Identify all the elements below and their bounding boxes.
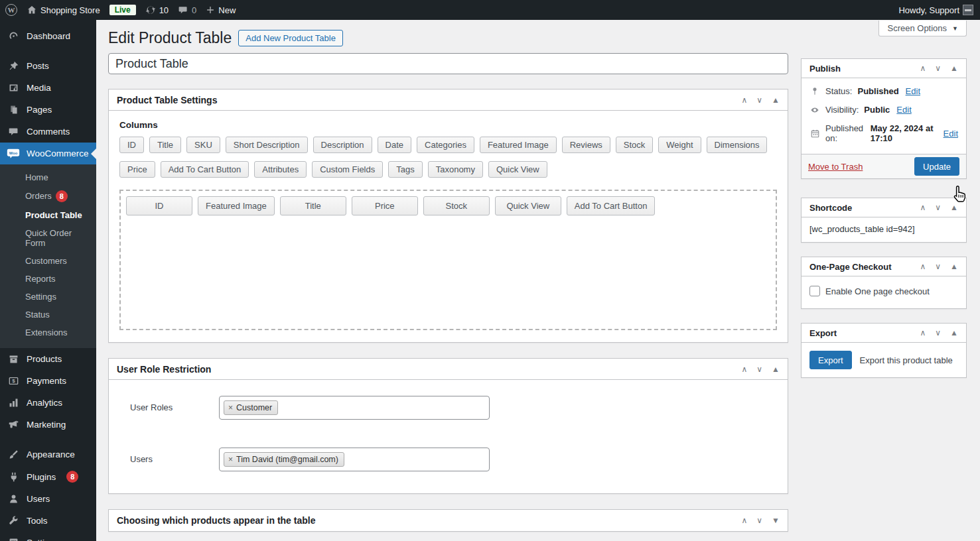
edit-published-on-link[interactable]: Edit — [944, 129, 958, 139]
sidebar-item-users[interactable]: Users — [0, 488, 96, 510]
selected-columns-dropzone[interactable]: IDFeatured ImageTitlePriceStockQuick Vie… — [119, 190, 777, 330]
collapse-icon[interactable]: ▲ — [772, 96, 780, 104]
account-menu[interactable]: Howdy, Support — [898, 5, 973, 15]
submenu-item-quick-order-form[interactable]: Quick Order Form — [0, 224, 96, 252]
metabox-header[interactable]: Choosing which products appear in the ta… — [109, 510, 788, 531]
submenu-item-settings[interactable]: Settings — [0, 288, 96, 306]
move-up-icon[interactable]: ∧ — [920, 329, 926, 337]
column-option-button[interactable]: Categories — [417, 137, 474, 153]
sidebar-item-media[interactable]: Media — [0, 77, 96, 99]
column-option-button[interactable]: Add To Cart Button — [161, 161, 249, 178]
sidebar-item-settings[interactable]: Settings — [0, 532, 96, 541]
submenu-item-status[interactable]: Status — [0, 306, 96, 324]
metabox-header[interactable]: Product Table Settings ∧ ∨ ▲ — [109, 90, 788, 111]
move-down-icon[interactable]: ∨ — [935, 64, 941, 72]
column-option-button[interactable]: Description — [313, 137, 372, 153]
metabox-header[interactable]: Publish ∧ ∨ ▲ — [802, 59, 966, 78]
screen-options-button[interactable]: Screen Options ▼ — [878, 21, 967, 36]
metabox-header[interactable]: One-Page Checkout ∧ ∨ ▲ — [802, 257, 966, 276]
move-down-icon[interactable]: ∨ — [756, 365, 762, 373]
submenu-item-reports[interactable]: Reports — [0, 270, 96, 288]
collapse-icon[interactable]: ▲ — [950, 204, 958, 211]
remove-tag-icon[interactable]: × — [228, 455, 233, 464]
move-up-icon[interactable]: ∧ — [920, 263, 926, 270]
column-option-button[interactable]: Title — [149, 137, 181, 153]
remove-tag-icon[interactable]: × — [228, 403, 233, 412]
metabox-header[interactable]: Shortcode ∧ ∨ ▲ — [802, 198, 966, 217]
column-option-button[interactable]: Dimensions — [707, 137, 768, 153]
metabox-header[interactable]: User Role Restriction ∧ ∨ ▲ — [109, 359, 788, 380]
comments-indicator[interactable]: 0 — [178, 5, 196, 15]
wordpress-menu-button[interactable]: W — [5, 4, 17, 16]
sidebar-item-tools[interactable]: Tools — [0, 510, 96, 532]
edit-visibility-link[interactable]: Edit — [896, 105, 911, 115]
collapse-icon[interactable]: ▲ — [950, 64, 958, 72]
move-up-icon[interactable]: ∧ — [920, 64, 926, 72]
submenu-item-orders[interactable]: Orders8 — [0, 186, 96, 206]
column-option-button[interactable]: SKU — [186, 137, 220, 153]
move-down-icon[interactable]: ∨ — [935, 329, 941, 337]
column-option-button[interactable]: Tags — [388, 161, 422, 178]
move-up-icon[interactable]: ∧ — [742, 96, 748, 104]
selected-column-button[interactable]: Add To Cart Button — [567, 196, 656, 215]
column-option-button[interactable]: Quick View — [488, 161, 547, 178]
collapse-icon[interactable]: ▲ — [950, 329, 958, 337]
submenu-label: Customers — [25, 256, 67, 266]
selected-column-button[interactable]: Price — [352, 196, 418, 215]
sidebar-item-marketing[interactable]: Marketing — [0, 414, 96, 436]
enable-one-page-checkout-checkbox[interactable] — [809, 286, 820, 296]
site-link[interactable]: Shopping Store — [27, 5, 100, 15]
expand-icon[interactable]: ▼ — [772, 516, 780, 524]
sidebar-item-posts[interactable]: Posts — [0, 55, 96, 77]
move-up-icon[interactable]: ∧ — [742, 516, 748, 524]
column-option-button[interactable]: ID — [119, 137, 144, 153]
update-button[interactable]: Update — [914, 157, 959, 176]
selected-column-button[interactable]: Quick View — [495, 196, 561, 215]
column-option-button[interactable]: Price — [119, 161, 155, 178]
updates-indicator[interactable]: 10 — [145, 5, 169, 15]
sidebar-item-products[interactable]: Products — [0, 348, 96, 370]
sidebar-item-dashboard[interactable]: Dashboard — [0, 25, 96, 47]
column-option-button[interactable]: Taxonomy — [428, 161, 483, 178]
move-to-trash-link[interactable]: Move to Trash — [808, 162, 863, 172]
column-option-button[interactable]: Date — [378, 137, 411, 153]
move-down-icon[interactable]: ∨ — [935, 263, 941, 270]
selected-column-button[interactable]: Stock — [423, 196, 490, 215]
move-up-icon[interactable]: ∧ — [742, 365, 748, 373]
selected-column-button[interactable]: Title — [280, 196, 346, 215]
move-up-icon[interactable]: ∧ — [920, 204, 926, 211]
column-option-button[interactable]: Short Description — [226, 137, 308, 153]
export-button[interactable]: Export — [809, 351, 852, 369]
sidebar-item-woocommerce[interactable]: Woo WooCommerce — [0, 143, 96, 164]
column-option-button[interactable]: Weight — [658, 137, 701, 153]
submenu-item-customers[interactable]: Customers — [0, 252, 96, 270]
submenu-item-product-table[interactable]: Product Table — [0, 206, 96, 224]
users-multiselect[interactable]: ×Tim David (tim@gmail.com) — [219, 448, 490, 471]
add-new-product-table-button[interactable]: Add New Product Table — [238, 30, 343, 46]
new-content-button[interactable]: New — [206, 5, 236, 15]
sidebar-item-appearance[interactable]: Appearance — [0, 444, 96, 465]
post-title-input[interactable] — [108, 53, 788, 74]
sidebar-item-comments[interactable]: Comments — [0, 121, 96, 143]
sidebar-item-plugins[interactable]: Plugins 8 — [0, 465, 96, 488]
edit-status-link[interactable]: Edit — [906, 86, 920, 96]
column-option-button[interactable]: Attributes — [254, 161, 307, 178]
collapse-icon[interactable]: ▲ — [950, 263, 958, 270]
column-option-button[interactable]: Featured Image — [480, 137, 557, 153]
selected-column-button[interactable]: Featured Image — [198, 196, 275, 215]
user-roles-multiselect[interactable]: ×Customer — [219, 396, 490, 420]
column-option-button[interactable]: Stock — [616, 137, 654, 153]
move-down-icon[interactable]: ∨ — [756, 516, 762, 524]
column-option-button[interactable]: Custom Fields — [312, 161, 383, 178]
sidebar-item-pages[interactable]: Pages — [0, 99, 96, 121]
selected-column-button[interactable]: ID — [126, 196, 192, 215]
move-down-icon[interactable]: ∨ — [935, 204, 941, 211]
move-down-icon[interactable]: ∨ — [756, 96, 762, 104]
collapse-icon[interactable]: ▲ — [772, 365, 780, 373]
metabox-header[interactable]: Export ∧ ∨ ▲ — [802, 324, 966, 343]
submenu-item-extensions[interactable]: Extensions — [0, 324, 96, 341]
sidebar-item-payments[interactable]: $ Payments — [0, 370, 96, 392]
column-option-button[interactable]: Reviews — [562, 137, 610, 153]
sidebar-item-analytics[interactable]: Analytics — [0, 392, 96, 414]
submenu-item-home[interactable]: Home — [0, 168, 96, 186]
